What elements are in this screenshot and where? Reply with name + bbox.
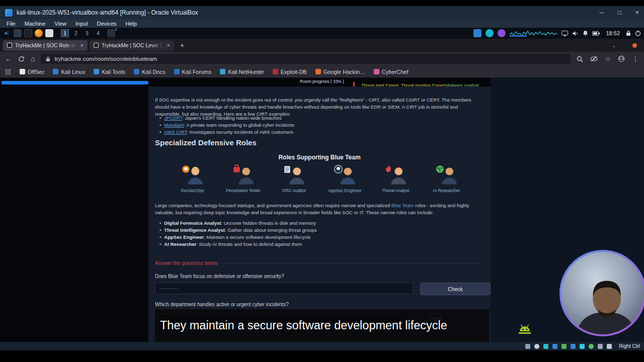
- recording-status-icon[interactable]: [589, 344, 594, 349]
- password-manager-icon[interactable]: [498, 29, 506, 37]
- keyboard-status-icon[interactable]: [607, 344, 612, 349]
- notification-dot-icon: [632, 43, 637, 48]
- kali-menu-icon[interactable]: [3, 29, 11, 37]
- mouse-integration-status-icon[interactable]: [598, 344, 603, 349]
- role-ai-researcher: AI Researcher: [423, 164, 470, 193]
- notifications-bell-icon[interactable]: [583, 30, 588, 36]
- host-key-label: Right Ctrl: [619, 343, 640, 349]
- terminal-icon[interactable]: [24, 29, 32, 37]
- tab-soc-level1[interactable]: TryHackMe | SOC Level 1 ×: [90, 40, 174, 51]
- bookmark-cyberchef[interactable]: CyberChef: [374, 69, 409, 75]
- bookmark-exploit-db[interactable]: Exploit-DB: [273, 69, 307, 75]
- display-status-icon[interactable]: [580, 344, 585, 349]
- close-button[interactable]: ×: [635, 9, 639, 16]
- jpcert-link[interactable]: JPCERT: [164, 115, 182, 121]
- tab-close-icon[interactable]: ×: [80, 42, 84, 48]
- bookmark-kali-nethunter[interactable]: Kali NetHunter: [220, 69, 264, 75]
- bookmark-kali-docs[interactable]: Kali Docs: [134, 69, 165, 75]
- bookmark-star-icon[interactable]: ☆: [605, 56, 611, 62]
- list-item: •AWS CIRT: Investigates security inciden…: [159, 129, 293, 135]
- menu-file[interactable]: File: [2, 21, 20, 27]
- window-title: kali-linux-2025-W51-virtualbox-amd64 [Ru…: [17, 9, 198, 16]
- browser-tabbar: TryHackMe | SOC Role in × TryHackMe | SO…: [0, 39, 644, 52]
- tab-title: TryHackMe | SOC Level 1: [102, 42, 164, 48]
- battery-icon[interactable]: [592, 31, 600, 36]
- role-penetration-tester: Penetration Tester: [219, 164, 267, 193]
- clock[interactable]: 18:52: [606, 30, 620, 36]
- list-item: •Mandiant: A private team responding to …: [159, 122, 294, 128]
- optical-disc-status-icon[interactable]: [534, 344, 539, 349]
- answer-heading: Answer the questions below: [155, 260, 218, 266]
- bookmark-kali-tools[interactable]: Kali Tools: [94, 69, 125, 75]
- role-appsec-engineer: AppSec Engineer: [321, 164, 369, 193]
- power-icon[interactable]: [635, 30, 641, 36]
- check-button[interactable]: Check: [420, 283, 491, 295]
- webcam-tool-icon[interactable]: [486, 29, 494, 37]
- screen: kali-linux-2025-W51-virtualbox-amd64 [Ru…: [0, 0, 644, 362]
- padlock-icon: [46, 56, 50, 62]
- search-icon[interactable]: [577, 56, 583, 62]
- menu-machine[interactable]: Machine: [20, 21, 50, 27]
- system-tray: 18:52: [473, 29, 641, 37]
- lock-screen-icon[interactable]: [626, 30, 631, 36]
- menu-help[interactable]: Help: [121, 21, 142, 27]
- bookmark-kali-linux[interactable]: Kali Linux: [53, 69, 85, 75]
- workspace-4[interactable]: 4: [94, 29, 102, 37]
- role-grc-auditor: GRC Auditor: [270, 164, 318, 193]
- question-2-text: Which department handles active or urgen…: [155, 302, 289, 307]
- new-tab-button[interactable]: +: [176, 41, 188, 49]
- text-editor-icon[interactable]: [45, 29, 53, 37]
- kali-panel: 1 2 3 4 2 18:52: [0, 28, 644, 39]
- question-1-answer-row: Check: [155, 283, 491, 295]
- mandiant-link[interactable]: Mandiant: [164, 122, 184, 128]
- question-1-text: Does Blue Team focus on defensive or off…: [155, 274, 284, 279]
- bookmark-google-hacking[interactable]: Google Hackin…: [315, 69, 365, 75]
- file-manager-icon[interactable]: [14, 29, 22, 37]
- menu-view[interactable]: View: [50, 21, 71, 27]
- display-settings-icon[interactable]: [561, 31, 568, 36]
- network-status-icon[interactable]: [552, 344, 557, 349]
- reload-icon[interactable]: [18, 56, 25, 62]
- firefox-icon[interactable]: [35, 29, 43, 37]
- tab-favicon-icon: [94, 43, 99, 48]
- shared-folders-status-icon[interactable]: [571, 344, 576, 349]
- section-heading: Specialized Defensive Roles: [155, 138, 257, 147]
- blue-team-link[interactable]: Blue Team: [391, 203, 414, 208]
- workspace-3[interactable]: 3: [83, 29, 91, 37]
- audio-visualizer-icon: [510, 30, 557, 37]
- back-icon[interactable]: ←: [5, 55, 12, 62]
- aws-cirt-link[interactable]: AWS CIRT: [164, 129, 187, 135]
- workspace-1[interactable]: 1: [61, 29, 69, 37]
- bookmark-kali-forums[interactable]: Kali Forums: [174, 69, 212, 75]
- usb-status-icon[interactable]: [561, 344, 567, 349]
- hdd-status-icon[interactable]: [525, 344, 530, 349]
- minimize-button[interactable]: ─: [599, 9, 604, 16]
- workspace-2[interactable]: 2: [72, 29, 80, 37]
- menu-input[interactable]: Input: [71, 21, 92, 27]
- window-count-badge: 2: [115, 27, 117, 32]
- divider: [223, 263, 483, 263]
- screenshot-tool-icon[interactable]: [473, 29, 481, 37]
- home-icon[interactable]: ⌂: [31, 55, 35, 62]
- menu-devices[interactable]: Devices: [92, 21, 121, 27]
- tab-close-icon[interactable]: ×: [167, 42, 170, 48]
- android-robot-icon: [517, 322, 532, 335]
- subtitle-caption: They maintain a secure software developm…: [155, 309, 489, 342]
- window-list-icon[interactable]: 2: [107, 29, 115, 37]
- eye-slash-icon[interactable]: [590, 56, 598, 62]
- bookmark-offsec[interactable]: OffSec: [20, 69, 44, 75]
- answer-input[interactable]: [155, 283, 414, 294]
- apps-grid-icon[interactable]: [5, 69, 11, 75]
- url-bar[interactable]: tryhackme.com/room/socroleinblueteam: [41, 54, 571, 64]
- bookmark-favicon-icon: [374, 69, 379, 74]
- tab-soc-role[interactable]: TryHackMe | SOC Role in ×: [3, 40, 88, 51]
- menu-kebab-icon[interactable]: ⋮: [632, 55, 639, 62]
- volume-icon[interactable]: [572, 31, 579, 36]
- maximize-button[interactable]: □: [618, 9, 621, 16]
- tab-overflow-icon[interactable]: ⌄: [612, 43, 616, 48]
- account-icon[interactable]: [618, 55, 625, 62]
- answer-section-header: Answer the questions below: [155, 260, 483, 266]
- audio-status-icon[interactable]: [543, 344, 548, 349]
- pentester-avatar-icon: [232, 164, 255, 185]
- vbox-statusbar: Right Ctrl: [0, 342, 644, 350]
